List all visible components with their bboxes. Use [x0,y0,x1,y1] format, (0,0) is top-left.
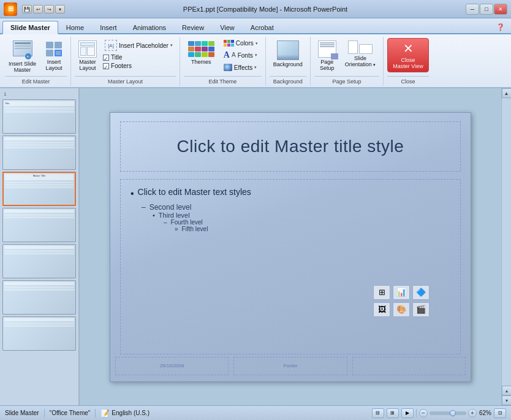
themes-button[interactable]: Themes [184,38,219,67]
bullet-level-3: • Third level [153,212,450,219]
page-setup-label: PageSetup [320,59,335,71]
spell-check-icon: 📝 [100,409,110,418]
background-label: Background [273,61,303,67]
close-button[interactable]: ✕ [494,4,507,15]
slide-thumbnail-4[interactable] [2,208,76,242]
footers-checkbox-label: Footers [111,63,132,69]
minimize-button[interactable]: ─ [466,4,479,15]
master-layout-buttons: MasterLayout [A] Insert Placeholder ▾ ✓ … [75,38,176,76]
tab-slide-master[interactable]: Slide Master [2,21,58,34]
background-button[interactable]: Background [270,38,306,70]
slide-thumbnail-2[interactable] [2,136,76,170]
tab-animations[interactable]: Animations [125,21,174,33]
picture-placeholder-icon[interactable]: 🖼 [373,302,390,317]
close-master-view-button[interactable]: ✕ CloseMaster View [387,38,428,72]
slide-orientation-button[interactable]: SlideOrientation ▾ [341,38,380,70]
plus-badge-icon: + [25,53,31,59]
fonts-button[interactable]: A A Fonts ▾ [220,49,262,61]
slide-orientation-label: SlideOrientation ▾ [345,55,376,67]
ribbon-group-close: ✕ CloseMaster View Close [384,37,432,86]
zoom-level[interactable]: 62% [479,410,491,416]
help-button[interactable]: ❓ [493,21,509,33]
clip-art-placeholder-icon[interactable]: 🎨 [393,302,410,317]
scroll-down-button-2[interactable]: ▾ [502,395,512,405]
title-checkbox-box[interactable]: ✓ [103,55,109,61]
normal-view-button[interactable]: ⊟ [372,408,384,418]
slide-thumbnail-3[interactable]: Master Title [2,172,76,206]
slide-title-text: Click to edit Master title style [177,137,404,156]
master-layout-label: MasterLayout [79,59,96,71]
close-group-label: Close [387,76,428,85]
language-indicator[interactable]: 📝 English (U.S.) [100,409,150,418]
page-setup-icon [318,40,336,58]
title-checkbox[interactable]: ✓ Title [102,53,176,61]
close-master-view-label: CloseMaster View [393,57,423,69]
footer-page-number[interactable] [352,357,466,375]
tab-view[interactable]: View [212,21,243,33]
slide-canvas[interactable]: Click to edit Master title style • Click… [110,112,471,382]
slide-thumbnail-7[interactable] [2,316,76,351]
slide-thumbnail-1[interactable]: Title [2,99,76,134]
status-bar: Slide Master "Office Theme" 📝 English (U… [0,405,511,420]
title-checkbox-label: Title [111,54,123,61]
content-placeholder-icons: ⊞ 📊 🔷 🖼 🎨 🎬 [373,285,430,317]
footer-center[interactable]: Footer [233,357,347,375]
bullet-level-2: – Second level [142,203,450,212]
slide-title-placeholder[interactable]: Click to edit Master title style [120,121,461,172]
slide-thumbnail-6[interactable] [2,280,76,315]
effects-dropdown-icon: ▾ [254,65,257,70]
bullet-level-4: – Fourth level [164,219,450,226]
save-button[interactable]: 💾 [22,5,32,13]
zoom-thumb[interactable] [450,410,456,416]
slide-panel[interactable]: 1 Title Master Title [0,88,80,405]
vertical-scrollbar[interactable]: ▲ ▴ ▾ [501,88,511,405]
page-setup-button[interactable]: PageSetup [314,38,340,74]
redo-button[interactable]: ↪ [44,5,54,13]
scroll-down-button-1[interactable]: ▴ [502,386,512,395]
master-layout-button[interactable]: MasterLayout [75,38,100,74]
insert-placeholder-button[interactable]: [A] Insert Placeholder ▾ [102,38,176,53]
themes-icon [187,40,215,58]
slide-footer: 29/10/2008 Footer [110,354,471,381]
colors-button[interactable]: Colors ▾ [220,38,262,48]
edit-master-group-label: Edit Master [5,76,67,85]
slide-orientation-icon [348,40,373,54]
chart-placeholder-icon[interactable]: 📊 [393,285,410,300]
zoom-in-button[interactable]: + [468,409,477,418]
media-placeholder-icon[interactable]: 🎬 [412,302,430,317]
slide-thumbnail-5[interactable] [2,244,76,278]
slide-sorter-button[interactable]: ⊞ [387,408,399,418]
zoom-track[interactable] [430,411,466,415]
footer-date[interactable]: 29/10/2008 [115,357,229,375]
theme-label[interactable]: "Office Theme" [50,410,91,416]
slide-show-button[interactable]: ▶ [401,408,414,418]
zoom-out-button[interactable]: − [419,409,428,418]
bullet-dash-4: – [164,219,167,226]
table-placeholder-icon[interactable]: ⊞ [373,285,390,300]
undo-button[interactable]: ↩ [33,5,43,13]
slide-content-placeholder[interactable]: • Click to edit Master text styles – Sec… [120,179,461,354]
insert-layout-label: InsertLayout [46,59,62,71]
tab-home[interactable]: Home [58,21,92,33]
fonts-label: Fonts [238,52,253,59]
tab-acrobat[interactable]: Acrobat [243,21,282,33]
effects-button[interactable]: Effects ▾ [220,62,262,73]
scroll-up-button[interactable]: ▲ [502,88,512,98]
footers-checkbox[interactable]: ✓ Footers [102,62,176,70]
window-title: PPEx1.ppt [Compatibility Mode] - Microso… [65,6,466,13]
office-logo-icon[interactable]: ⊞ [4,2,17,16]
smartart-placeholder-icon[interactable]: 🔷 [412,285,430,300]
language-label: English (U.S.) [112,410,150,416]
insert-slide-master-button[interactable]: + Insert SlideMaster [5,38,40,75]
fit-slide-button[interactable]: ⊡ [494,408,506,418]
insert-layout-button[interactable]: InsertLayout [41,38,67,74]
footers-checkbox-box[interactable]: ✓ [103,63,109,69]
close-buttons: ✕ CloseMaster View [387,38,428,76]
customize-quick-access-button[interactable]: ▾ [55,5,65,13]
restore-button[interactable]: □ [480,4,493,15]
colors-icon [224,40,234,47]
close-master-view-icon: ✕ [403,41,414,56]
tab-review[interactable]: Review [174,21,212,33]
icon-row-2: 🖼 🎨 🎬 [373,302,430,317]
tab-insert[interactable]: Insert [92,21,125,33]
